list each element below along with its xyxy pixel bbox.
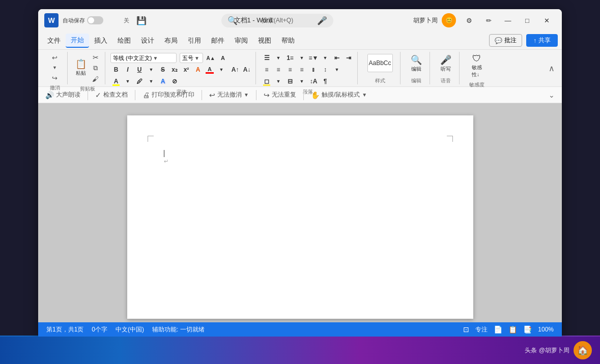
- save-button[interactable]: 💾: [136, 16, 147, 25]
- increase-font-button[interactable]: A↑: [230, 65, 241, 75]
- autosave-toggle[interactable]: [87, 16, 103, 24]
- undo-dropdown2[interactable]: ▼: [244, 92, 249, 98]
- shading-button[interactable]: ◻: [261, 76, 272, 86]
- sensitivity-button[interactable]: 🛡 敏感性↓: [470, 53, 484, 79]
- font-effect-button[interactable]: A: [192, 65, 204, 75]
- taskbar-logo[interactable]: 🏠: [574, 341, 592, 359]
- bullets-button[interactable]: ☰: [261, 53, 272, 63]
- line-spacing-dropdown[interactable]: ▼: [331, 65, 342, 75]
- document-area[interactable]: ↵: [38, 103, 562, 322]
- font-other-btn[interactable]: A▲: [205, 53, 216, 63]
- align-right-button[interactable]: ≡: [284, 65, 296, 75]
- word-logo[interactable]: W: [44, 13, 59, 27]
- format-painter-button[interactable]: 🖌: [90, 74, 102, 83]
- border-button[interactable]: ⊟: [284, 76, 296, 86]
- search-bar[interactable]: 🔍 搜索(Alt+Q) 🎤: [221, 14, 333, 27]
- pen-button[interactable]: ✏: [479, 12, 498, 28]
- text-effect-btn[interactable]: A: [157, 76, 168, 86]
- menu-design[interactable]: 设计: [136, 34, 159, 47]
- search-placeholder: 搜索(Alt+Q): [241, 16, 314, 25]
- menu-file[interactable]: 文件: [42, 34, 66, 47]
- check-doc-button[interactable]: ✓ 检查文档: [92, 89, 131, 100]
- comment-button[interactable]: 💬 批注: [489, 34, 522, 47]
- align-left-button[interactable]: ≡: [261, 65, 272, 75]
- menu-review[interactable]: 审阅: [230, 34, 253, 47]
- underline-button[interactable]: U: [134, 65, 145, 75]
- redo-button[interactable]: ↪: [49, 73, 61, 82]
- print-preview-button[interactable]: 🖨 打印预览和打印: [139, 89, 197, 100]
- read-aloud-button[interactable]: 🔊 大声朗读: [42, 89, 83, 100]
- font-name-chevron: ▼: [153, 55, 158, 61]
- view-mode-2-icon[interactable]: 📋: [508, 325, 517, 333]
- highlight-color-dropdown[interactable]: ▼: [146, 76, 157, 86]
- decrease-font-button[interactable]: A↓: [241, 65, 252, 75]
- align-center-button[interactable]: ≡: [273, 65, 284, 75]
- multilevel-dropdown[interactable]: ▼: [320, 53, 331, 63]
- settings-button[interactable]: ⚙: [460, 12, 478, 28]
- accessibility[interactable]: 辅助功能: 一切就绪: [152, 325, 205, 334]
- show-marks-button[interactable]: ¶: [320, 76, 331, 86]
- sort-button[interactable]: ↕A: [308, 76, 319, 86]
- menu-draw[interactable]: 绘图: [112, 34, 136, 47]
- strikethrough-button[interactable]: S: [157, 65, 168, 75]
- columns-button[interactable]: ⫾: [308, 65, 319, 75]
- bullets-dropdown[interactable]: ▼: [273, 53, 284, 63]
- undo-dropdown[interactable]: ▼: [49, 63, 61, 72]
- subscript-button[interactable]: x₂: [169, 65, 180, 75]
- focus-mode-label[interactable]: 专注: [475, 325, 488, 334]
- font-color-btn2[interactable]: A: [110, 76, 122, 86]
- touch-mode-button[interactable]: ✋ 触摸/鼠标模式 ▼: [308, 89, 370, 100]
- font-clear-btn[interactable]: A: [217, 53, 228, 63]
- highlight-dropdown[interactable]: ▼: [122, 76, 133, 86]
- styles-button[interactable]: AaBbCc: [365, 53, 395, 73]
- toolbar2-expand-button[interactable]: ⌄: [546, 90, 558, 100]
- ribbon-expand-button[interactable]: ∧: [546, 63, 558, 74]
- menu-insert[interactable]: 插入: [89, 34, 112, 47]
- superscript-button[interactable]: x²: [181, 65, 192, 75]
- font-name-dropdown[interactable]: 等线 (中文正文) ▼: [110, 53, 177, 63]
- underline-dropdown[interactable]: ▼: [146, 65, 157, 75]
- dictate-button[interactable]: 🎤 听写: [438, 54, 453, 74]
- share-button[interactable]: ↑ 共享: [526, 34, 558, 47]
- decrease-indent-button[interactable]: ⇤: [331, 53, 342, 63]
- focus-mode-icon[interactable]: ⊡: [463, 325, 469, 333]
- view-mode-3-icon[interactable]: 📑: [523, 325, 532, 333]
- touch-mode-dropdown[interactable]: ▼: [362, 92, 367, 98]
- undo-button[interactable]: ↩: [49, 53, 61, 62]
- multilevel-button[interactable]: ≡▼: [308, 53, 319, 63]
- eraser-btn[interactable]: ⊘: [169, 76, 180, 86]
- cut-button[interactable]: ✂: [90, 53, 102, 62]
- maximize-button[interactable]: □: [518, 12, 536, 28]
- numbering-dropdown[interactable]: ▼: [296, 53, 307, 63]
- word-count[interactable]: 0个字: [92, 325, 107, 334]
- view-mode-1-icon[interactable]: 📄: [494, 325, 502, 333]
- numbering-button[interactable]: 1≡: [284, 53, 296, 63]
- user-avatar[interactable]: 😊: [442, 13, 456, 27]
- menu-references[interactable]: 引用: [183, 34, 206, 47]
- increase-indent-button[interactable]: ⇥: [343, 53, 354, 63]
- menu-mail[interactable]: 邮件: [206, 34, 230, 47]
- shading-dropdown[interactable]: ▼: [273, 76, 284, 86]
- font-size-dropdown[interactable]: 五号 ▼: [180, 53, 203, 63]
- italic-button[interactable]: I: [122, 65, 133, 75]
- close-button[interactable]: ✕: [537, 12, 556, 28]
- redo-btn2[interactable]: ↪ 无法重复: [261, 89, 299, 100]
- language[interactable]: 中文(中国): [116, 325, 144, 334]
- copy-button[interactable]: ⧉: [90, 64, 102, 73]
- undo-btn2[interactable]: ↩ 无法撤消 ▼: [206, 89, 252, 100]
- highlight-color-btn[interactable]: 🖊: [134, 76, 145, 86]
- border-dropdown[interactable]: ▼: [296, 76, 307, 86]
- minimize-button[interactable]: —: [499, 12, 517, 28]
- menu-home[interactable]: 开始: [66, 34, 89, 48]
- bold-button[interactable]: B: [110, 65, 122, 75]
- paste-button[interactable]: 📋 粘贴: [73, 58, 89, 78]
- justify-button[interactable]: ≡: [296, 65, 307, 75]
- find-button[interactable]: 🔍 编辑: [409, 54, 424, 74]
- font-color-dropdown[interactable]: ▼: [216, 65, 227, 75]
- line-spacing-button[interactable]: ↕: [320, 65, 331, 75]
- menu-layout[interactable]: 布局: [159, 34, 183, 47]
- microphone-icon[interactable]: 🎤: [317, 16, 327, 25]
- page-info[interactable]: 第1页，共1页: [46, 325, 83, 334]
- menu-view[interactable]: 视图: [253, 34, 276, 47]
- menu-help[interactable]: 帮助: [276, 34, 300, 47]
